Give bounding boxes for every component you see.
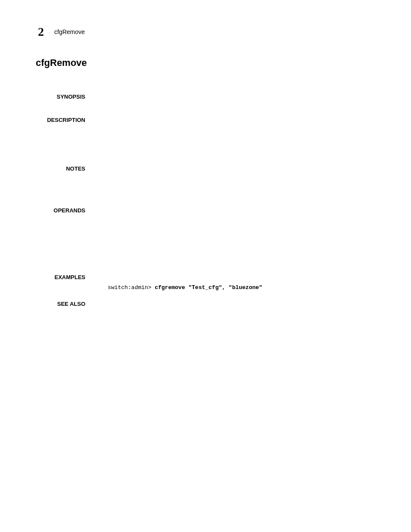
code-prompt: switch:admin>	[108, 284, 155, 291]
page-title: cfgRemove	[36, 57, 87, 68]
page-header: 2 cfgRemove	[38, 25, 85, 39]
examples-code-line: switch:admin> cfgremove "Test_cfg", "blu…	[108, 284, 262, 291]
header-command-name: cfgRemove	[54, 28, 85, 35]
description-label: DESCRIPTION	[47, 117, 85, 123]
synopsis-label: SYNOPSIS	[57, 93, 85, 100]
code-command: cfgremove "Test_cfg", "bluezone"	[155, 284, 262, 291]
operands-label: OPERANDS	[53, 207, 85, 214]
chapter-number: 2	[38, 25, 44, 39]
examples-label: EXAMPLES	[54, 274, 85, 280]
seealso-label: SEE ALSO	[57, 301, 85, 307]
notes-label: NOTES	[66, 165, 85, 172]
